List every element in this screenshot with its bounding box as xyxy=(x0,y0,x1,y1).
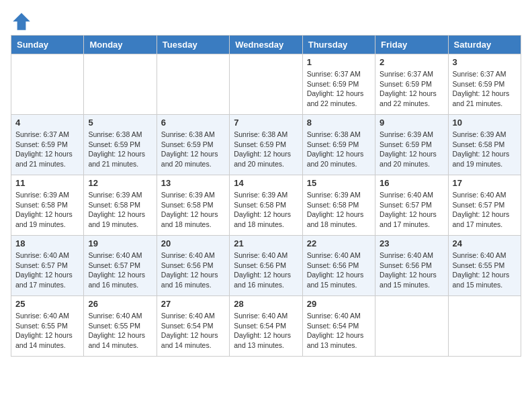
calendar-cell: 23Sunrise: 6:40 AM Sunset: 6:56 PM Dayli… xyxy=(375,236,448,296)
calendar-cell xyxy=(448,296,521,357)
day-info: Sunrise: 6:37 AM Sunset: 6:59 PM Dayligh… xyxy=(15,130,79,169)
calendar-table: SundayMondayTuesdayWednesdayThursdayFrid… xyxy=(11,35,521,357)
calendar-cell: 20Sunrise: 6:40 AM Sunset: 6:56 PM Dayli… xyxy=(157,236,229,296)
day-number: 19 xyxy=(88,238,152,248)
day-number: 9 xyxy=(380,118,443,128)
day-info: Sunrise: 6:39 AM Sunset: 6:58 PM Dayligh… xyxy=(161,190,225,230)
calendar-cell xyxy=(84,54,157,115)
calendar-cell: 10Sunrise: 6:39 AM Sunset: 6:58 PM Dayli… xyxy=(448,115,521,175)
day-number: 26 xyxy=(88,299,152,309)
day-number: 10 xyxy=(453,118,517,128)
calendar-cell: 7Sunrise: 6:38 AM Sunset: 6:59 PM Daylig… xyxy=(230,115,302,175)
calendar-cell xyxy=(11,54,84,115)
day-number: 24 xyxy=(453,238,517,248)
day-number: 25 xyxy=(15,299,79,309)
day-number: 27 xyxy=(161,299,225,309)
day-number: 18 xyxy=(15,238,79,248)
day-number: 17 xyxy=(453,178,517,188)
day-info: Sunrise: 6:38 AM Sunset: 6:59 PM Dayligh… xyxy=(234,130,298,169)
calendar-header-row: SundayMondayTuesdayWednesdayThursdayFrid… xyxy=(11,36,521,54)
day-info: Sunrise: 6:37 AM Sunset: 6:59 PM Dayligh… xyxy=(380,69,443,109)
day-info: Sunrise: 6:37 AM Sunset: 6:59 PM Dayligh… xyxy=(307,69,371,109)
calendar-cell: 25Sunrise: 6:40 AM Sunset: 6:55 PM Dayli… xyxy=(11,296,84,357)
calendar-cell: 12Sunrise: 6:39 AM Sunset: 6:58 PM Dayli… xyxy=(84,175,157,236)
calendar-cell: 22Sunrise: 6:40 AM Sunset: 6:56 PM Dayli… xyxy=(302,236,375,296)
svg-marker-0 xyxy=(13,13,30,30)
calendar-cell: 21Sunrise: 6:40 AM Sunset: 6:56 PM Dayli… xyxy=(230,236,302,296)
calendar-cell: 8Sunrise: 6:38 AM Sunset: 6:59 PM Daylig… xyxy=(302,115,375,175)
day-info: Sunrise: 6:38 AM Sunset: 6:59 PM Dayligh… xyxy=(161,130,225,169)
day-number: 20 xyxy=(161,238,225,248)
day-number: 8 xyxy=(307,118,371,128)
calendar-cell: 1Sunrise: 6:37 AM Sunset: 6:59 PM Daylig… xyxy=(302,54,375,115)
calendar-cell xyxy=(375,296,448,357)
day-number: 4 xyxy=(15,118,79,128)
day-number: 12 xyxy=(88,178,152,188)
day-info: Sunrise: 6:40 AM Sunset: 6:54 PM Dayligh… xyxy=(234,311,298,351)
column-header-saturday: Saturday xyxy=(448,36,521,54)
day-number: 2 xyxy=(380,57,443,67)
day-info: Sunrise: 6:40 AM Sunset: 6:54 PM Dayligh… xyxy=(161,311,225,351)
calendar-cell: 11Sunrise: 6:39 AM Sunset: 6:58 PM Dayli… xyxy=(11,175,84,236)
day-number: 6 xyxy=(161,118,225,128)
calendar-week-row: 11Sunrise: 6:39 AM Sunset: 6:58 PM Dayli… xyxy=(11,175,521,236)
day-number: 16 xyxy=(380,178,443,188)
day-number: 11 xyxy=(15,178,79,188)
column-header-tuesday: Tuesday xyxy=(157,36,229,54)
day-number: 21 xyxy=(234,238,298,248)
calendar-cell: 17Sunrise: 6:40 AM Sunset: 6:57 PM Dayli… xyxy=(448,175,521,236)
day-info: Sunrise: 6:40 AM Sunset: 6:55 PM Dayligh… xyxy=(15,311,79,351)
calendar-cell: 13Sunrise: 6:39 AM Sunset: 6:58 PM Dayli… xyxy=(157,175,229,236)
day-info: Sunrise: 6:40 AM Sunset: 6:55 PM Dayligh… xyxy=(453,250,517,290)
day-number: 3 xyxy=(453,57,517,67)
day-info: Sunrise: 6:40 AM Sunset: 6:56 PM Dayligh… xyxy=(234,250,298,290)
day-info: Sunrise: 6:40 AM Sunset: 6:57 PM Dayligh… xyxy=(88,250,152,290)
day-info: Sunrise: 6:40 AM Sunset: 6:56 PM Dayligh… xyxy=(161,250,225,290)
calendar-cell xyxy=(157,54,229,115)
header xyxy=(11,11,521,32)
column-header-sunday: Sunday xyxy=(11,36,84,54)
day-info: Sunrise: 6:40 AM Sunset: 6:57 PM Dayligh… xyxy=(15,250,79,290)
day-info: Sunrise: 6:38 AM Sunset: 6:59 PM Dayligh… xyxy=(88,130,152,169)
calendar-cell: 16Sunrise: 6:40 AM Sunset: 6:57 PM Dayli… xyxy=(375,175,448,236)
day-info: Sunrise: 6:40 AM Sunset: 6:55 PM Dayligh… xyxy=(88,311,152,351)
day-number: 22 xyxy=(307,238,371,248)
calendar-cell: 28Sunrise: 6:40 AM Sunset: 6:54 PM Dayli… xyxy=(230,296,302,357)
calendar-cell xyxy=(230,54,302,115)
calendar-cell: 4Sunrise: 6:37 AM Sunset: 6:59 PM Daylig… xyxy=(11,115,84,175)
day-info: Sunrise: 6:38 AM Sunset: 6:59 PM Dayligh… xyxy=(307,130,371,169)
calendar-cell: 2Sunrise: 6:37 AM Sunset: 6:59 PM Daylig… xyxy=(375,54,448,115)
calendar-week-row: 25Sunrise: 6:40 AM Sunset: 6:55 PM Dayli… xyxy=(11,296,521,357)
day-number: 5 xyxy=(88,118,152,128)
day-number: 1 xyxy=(307,57,371,67)
logo xyxy=(11,11,36,32)
calendar-cell: 6Sunrise: 6:38 AM Sunset: 6:59 PM Daylig… xyxy=(157,115,229,175)
day-number: 28 xyxy=(234,299,298,309)
calendar-week-row: 18Sunrise: 6:40 AM Sunset: 6:57 PM Dayli… xyxy=(11,236,521,296)
calendar-cell: 26Sunrise: 6:40 AM Sunset: 6:55 PM Dayli… xyxy=(84,296,157,357)
day-number: 29 xyxy=(307,299,371,309)
calendar-cell: 9Sunrise: 6:39 AM Sunset: 6:59 PM Daylig… xyxy=(375,115,448,175)
calendar-cell: 18Sunrise: 6:40 AM Sunset: 6:57 PM Dayli… xyxy=(11,236,84,296)
day-number: 14 xyxy=(234,178,298,188)
day-number: 13 xyxy=(161,178,225,188)
column-header-thursday: Thursday xyxy=(302,36,375,54)
day-info: Sunrise: 6:39 AM Sunset: 6:58 PM Dayligh… xyxy=(88,190,152,230)
calendar-week-row: 1Sunrise: 6:37 AM Sunset: 6:59 PM Daylig… xyxy=(11,54,521,115)
day-info: Sunrise: 6:40 AM Sunset: 6:57 PM Dayligh… xyxy=(453,190,517,230)
day-info: Sunrise: 6:40 AM Sunset: 6:57 PM Dayligh… xyxy=(380,190,443,230)
column-header-friday: Friday xyxy=(375,36,448,54)
column-header-monday: Monday xyxy=(84,36,157,54)
day-info: Sunrise: 6:39 AM Sunset: 6:58 PM Dayligh… xyxy=(307,190,371,230)
calendar-cell: 24Sunrise: 6:40 AM Sunset: 6:55 PM Dayli… xyxy=(448,236,521,296)
day-number: 7 xyxy=(234,118,298,128)
calendar-cell: 3Sunrise: 6:37 AM Sunset: 6:59 PM Daylig… xyxy=(448,54,521,115)
calendar-cell: 29Sunrise: 6:40 AM Sunset: 6:54 PM Dayli… xyxy=(302,296,375,357)
day-info: Sunrise: 6:40 AM Sunset: 6:54 PM Dayligh… xyxy=(307,311,371,351)
calendar-week-row: 4Sunrise: 6:37 AM Sunset: 6:59 PM Daylig… xyxy=(11,115,521,175)
day-number: 15 xyxy=(307,178,371,188)
day-info: Sunrise: 6:37 AM Sunset: 6:59 PM Dayligh… xyxy=(453,69,517,109)
day-info: Sunrise: 6:40 AM Sunset: 6:56 PM Dayligh… xyxy=(380,250,443,290)
day-info: Sunrise: 6:39 AM Sunset: 6:58 PM Dayligh… xyxy=(15,190,79,230)
day-info: Sunrise: 6:39 AM Sunset: 6:58 PM Dayligh… xyxy=(234,190,298,230)
